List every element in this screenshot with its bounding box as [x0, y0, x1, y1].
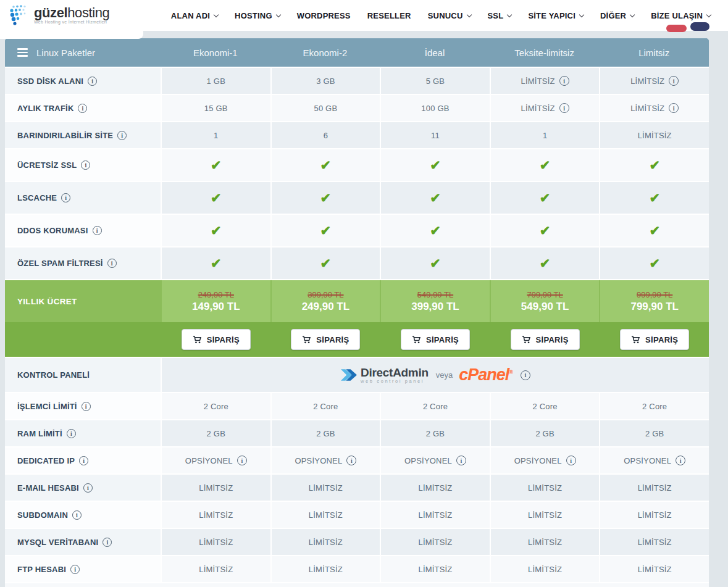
info-icon[interactable]: i [559, 103, 569, 113]
info-icon[interactable]: i [237, 456, 247, 465]
cell-value: 2 Core [532, 402, 557, 411]
order-row: SİPARİŞSİPARİŞSİPARİŞSİPARİŞSİPARİŞ [5, 322, 709, 357]
info-icon[interactable]: i [559, 76, 569, 86]
info-icon[interactable]: i [61, 193, 70, 202]
info-icon[interactable]: i [79, 456, 88, 465]
row-value-cell: 100 GB [381, 95, 490, 121]
chevron-down-icon [466, 12, 471, 17]
logo-tagline: Web Hosting ve İnternet Hizmetleri [34, 20, 109, 24]
nav-item-label: WORDPRESS [297, 11, 351, 20]
nav-item-si-te-yapici[interactable]: SİTE YAPICI [528, 11, 584, 20]
row-value-cell: 2 GB [272, 420, 380, 446]
header-cell-ekonomi-1: Ekonomi-1 [161, 38, 270, 67]
table-row-ftp-hesabi: FTP HESABIiLİMİTSİZLİMİTSİZLİMİTSİZLİMİT… [5, 556, 709, 582]
cart-icon [631, 335, 640, 344]
nav-item-alan-adi[interactable]: ALAN ADI [171, 11, 218, 20]
info-icon[interactable]: i [78, 104, 87, 113]
order-cell: SİPARİŞ [272, 322, 380, 357]
table-row-ddos-korumasi: DDOS KORUMASIi✔✔✔✔✔ [5, 215, 709, 246]
cart-icon [193, 335, 202, 344]
info-icon[interactable]: i [669, 76, 679, 86]
row-value-cell: LİMİTSİZ [162, 556, 270, 582]
row-value-cell: ✔ [272, 149, 380, 181]
info-icon[interactable]: i [346, 456, 356, 465]
nav-item-hosting[interactable]: HOSTING [235, 11, 280, 20]
cell-value: LİMİTSİZ [528, 538, 562, 547]
row-value-cell: ✔ [272, 215, 380, 246]
info-icon[interactable]: i [67, 429, 76, 438]
order-button-limitsiz[interactable]: SİPARİŞ [620, 329, 689, 350]
menu-icon[interactable] [17, 48, 28, 57]
cell-value: LİMİTSİZ [309, 483, 343, 493]
info-icon[interactable]: i [117, 131, 127, 140]
info-icon[interactable]: i [81, 160, 90, 170]
row-value-cell: OPSİYONELi [491, 448, 600, 473]
row-value-cell: OPSİYONELi [272, 448, 380, 473]
info-icon[interactable]: i [669, 103, 679, 113]
checkmark-icon: ✔ [430, 191, 441, 206]
navy-badge-button[interactable] [690, 22, 709, 31]
cell-value: 2 GB [316, 429, 335, 438]
row-value-cell: LİMİTSİZi [491, 95, 600, 121]
row-label: E-MAIL HESABI [17, 483, 79, 493]
row-value-cell: LİMİTSİZ [491, 529, 600, 555]
info-icon[interactable]: i [103, 538, 112, 547]
cell-value: 2 Core [642, 402, 667, 411]
info-icon[interactable]: i [88, 77, 97, 86]
old-price: 399,90 TL [308, 290, 343, 299]
info-icon[interactable]: i [72, 510, 82, 520]
info-icon[interactable]: i [521, 370, 530, 380]
nav-items: ALAN ADIHOSTINGWORDPRESSRESELLERSUNUCUSS… [171, 11, 719, 20]
row-label: İŞLEMCİ LİMİTİ [17, 402, 77, 411]
info-icon[interactable]: i [107, 259, 117, 268]
plan-name: Ekonomi-1 [193, 48, 238, 58]
row-value-cell: 2 GB [600, 420, 709, 446]
checkmark-icon: ✔ [649, 256, 660, 271]
logo-dots-icon [9, 4, 30, 27]
order-button-label: SİPARİŞ [316, 335, 349, 344]
row-label: SUBDOMAIN [17, 510, 68, 520]
row-label-cell: AYLIK TRAFİKi [5, 95, 161, 121]
table-row-ssd-di-sk-alani: SSD DİSK ALANIi1 GB3 GB5 GBLİMİTSİZiLİMİ… [5, 68, 709, 94]
logo[interactable]: güzelhosting Web Hosting ve İnternet Hiz… [9, 4, 109, 27]
nav-item-reseller[interactable]: RESELLER [367, 11, 411, 20]
row-value-cell: LİMİTSİZ [491, 502, 600, 528]
info-icon[interactable]: i [93, 226, 102, 235]
checkmark-icon: ✔ [540, 223, 551, 238]
info-icon[interactable]: i [456, 456, 466, 465]
nav-item-wordpress[interactable]: WORDPRESS [297, 11, 351, 20]
order-cell: SİPARİŞ [600, 322, 709, 357]
row-value-cell: ✔ [272, 182, 380, 214]
row-value-cell: 1 GB [162, 68, 270, 94]
row-label-cell: DEDICATED IPi [5, 448, 161, 473]
order-button-ekonomi-1[interactable]: SİPARİŞ [182, 329, 251, 350]
nav-item-sunucu[interactable]: SUNUCU [428, 11, 471, 20]
cell-value: LİMİTSİZ [630, 104, 664, 113]
checkmark-icon: ✔ [649, 191, 660, 206]
order-button-ekonomi-2[interactable]: SİPARİŞ [291, 329, 360, 350]
old-price: 999,90 TL [637, 290, 672, 299]
info-icon[interactable]: i [566, 456, 576, 465]
cell-value: OPSİYONEL [514, 456, 562, 465]
header-first-cell: Linux Paketler [5, 38, 161, 67]
checkmark-icon: ✔ [211, 256, 222, 271]
cell-value: 3 GB [316, 77, 335, 86]
info-icon[interactable]: i [70, 565, 80, 574]
info-icon[interactable]: i [676, 456, 685, 465]
info-icon[interactable]: i [82, 402, 91, 411]
table-row-ram-li-mi-ti: RAM LİMİTİi2 GB2 GB2 GB2 GB2 GB [5, 420, 709, 446]
chevron-down-icon [275, 12, 280, 17]
nav-item-bi-ze-ulas-in[interactable]: BİZE ULAŞIN [651, 11, 711, 20]
red-badge-button[interactable] [666, 25, 687, 32]
order-button-teksite-limitsiz[interactable]: SİPARİŞ [511, 329, 580, 350]
table-row-i-s-lemci-li-mi-ti: İŞLEMCİ LİMİTİi2 Core2 Core2 Core2 Core2… [5, 393, 709, 419]
info-icon[interactable]: i [83, 483, 93, 493]
row-label: BARINDIRILABİLİR SİTE [17, 131, 113, 140]
order-button-i-deal[interactable]: SİPARİŞ [401, 329, 470, 350]
nav-item-ssl[interactable]: SSL [488, 11, 512, 20]
table-row-subdomain: SUBDOMAINiLİMİTSİZLİMİTSİZLİMİTSİZLİMİTS… [5, 502, 709, 528]
row-label-cell: DDOS KORUMASIi [5, 215, 161, 246]
cell-value: LİMİTSİZ [309, 510, 343, 520]
nav-item-label: HOSTING [235, 11, 272, 20]
nav-item-di-g-er[interactable]: DİĞER [600, 11, 634, 20]
